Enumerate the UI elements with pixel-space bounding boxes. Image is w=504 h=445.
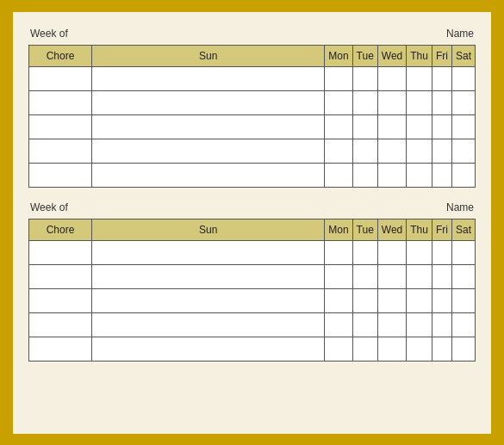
day-cell[interactable] <box>325 288 352 312</box>
th-fri-1: Fri <box>432 45 451 66</box>
chore-cell[interactable] <box>29 66 92 90</box>
day-cell[interactable] <box>352 312 377 337</box>
th-sat-1: Sat <box>451 45 475 66</box>
chore-cell[interactable] <box>29 288 92 312</box>
th-thu-2: Thu <box>407 219 432 240</box>
day-cell[interactable] <box>92 240 325 264</box>
table-row <box>29 240 476 264</box>
day-cell[interactable] <box>92 139 325 163</box>
chore-cell[interactable] <box>29 312 92 337</box>
chore-cell[interactable] <box>29 114 92 139</box>
day-cell[interactable] <box>352 288 377 312</box>
header-row-1: Chore Sun Mon Tue Wed Thu Fri Sat <box>29 45 476 66</box>
th-sun-2: Sun <box>92 219 325 240</box>
day-cell[interactable] <box>325 264 352 288</box>
th-tue-2: Tue <box>352 219 377 240</box>
day-cell[interactable] <box>432 288 451 312</box>
day-cell[interactable] <box>432 264 451 288</box>
day-cell[interactable] <box>92 66 325 90</box>
day-cell[interactable] <box>325 114 352 139</box>
th-fri-2: Fri <box>432 219 451 240</box>
day-cell[interactable] <box>352 139 377 163</box>
table-row <box>29 139 476 163</box>
day-cell[interactable] <box>377 288 406 312</box>
day-cell[interactable] <box>407 90 432 114</box>
day-cell[interactable] <box>407 264 432 288</box>
chore-cell[interactable] <box>29 163 92 187</box>
day-cell[interactable] <box>407 240 432 264</box>
day-cell[interactable] <box>325 240 352 264</box>
day-cell[interactable] <box>377 114 406 139</box>
day-cell[interactable] <box>407 337 432 361</box>
day-cell[interactable] <box>432 312 451 337</box>
day-cell[interactable] <box>92 288 325 312</box>
day-cell[interactable] <box>432 163 451 187</box>
day-cell[interactable] <box>352 264 377 288</box>
day-cell[interactable] <box>325 139 352 163</box>
day-cell[interactable] <box>432 337 451 361</box>
day-cell[interactable] <box>451 240 475 264</box>
day-cell[interactable] <box>92 90 325 114</box>
day-cell[interactable] <box>451 163 475 187</box>
day-cell[interactable] <box>352 90 377 114</box>
day-cell[interactable] <box>407 139 432 163</box>
day-cell[interactable] <box>432 240 451 264</box>
table-row <box>29 337 476 361</box>
table-row <box>29 288 476 312</box>
table-row <box>29 66 476 90</box>
chore-cell[interactable] <box>29 337 92 361</box>
day-cell[interactable] <box>451 90 475 114</box>
day-cell[interactable] <box>407 288 432 312</box>
day-cell[interactable] <box>325 90 352 114</box>
day-cell[interactable] <box>325 163 352 187</box>
day-cell[interactable] <box>451 288 475 312</box>
day-cell[interactable] <box>451 337 475 361</box>
day-cell[interactable] <box>92 114 325 139</box>
chore-table-2: Chore Sun Mon Tue Wed Thu Fri Sat <box>28 219 476 362</box>
day-cell[interactable] <box>352 337 377 361</box>
day-cell[interactable] <box>352 114 377 139</box>
day-cell[interactable] <box>377 240 406 264</box>
day-cell[interactable] <box>92 312 325 337</box>
day-cell[interactable] <box>352 240 377 264</box>
day-cell[interactable] <box>377 66 406 90</box>
day-cell[interactable] <box>377 312 406 337</box>
day-cell[interactable] <box>92 337 325 361</box>
header-row-2: Chore Sun Mon Tue Wed Thu Fri Sat <box>29 219 476 240</box>
chore-table-1: Chore Sun Mon Tue Wed Thu Fri Sat <box>28 45 476 188</box>
day-cell[interactable] <box>407 163 432 187</box>
day-cell[interactable] <box>451 312 475 337</box>
day-cell[interactable] <box>432 90 451 114</box>
day-cell[interactable] <box>377 163 406 187</box>
day-cell[interactable] <box>451 264 475 288</box>
day-cell[interactable] <box>92 163 325 187</box>
chore-cell[interactable] <box>29 139 92 163</box>
chore-cell[interactable] <box>29 90 92 114</box>
day-cell[interactable] <box>407 114 432 139</box>
day-cell[interactable] <box>451 139 475 163</box>
day-cell[interactable] <box>377 139 406 163</box>
name-label-1: Name <box>446 28 474 40</box>
day-cell[interactable] <box>377 90 406 114</box>
chore-cell[interactable] <box>29 264 92 288</box>
day-cell[interactable] <box>377 337 406 361</box>
day-cell[interactable] <box>352 163 377 187</box>
chore-cell[interactable] <box>29 240 92 264</box>
day-cell[interactable] <box>407 312 432 337</box>
table-row <box>29 312 476 337</box>
th-tue-1: Tue <box>352 45 377 66</box>
table-row <box>29 90 476 114</box>
day-cell[interactable] <box>325 337 352 361</box>
day-cell[interactable] <box>407 66 432 90</box>
day-cell[interactable] <box>325 312 352 337</box>
day-cell[interactable] <box>92 264 325 288</box>
day-cell[interactable] <box>432 114 451 139</box>
day-cell[interactable] <box>451 66 475 90</box>
day-cell[interactable] <box>352 66 377 90</box>
day-cell[interactable] <box>325 66 352 90</box>
day-cell[interactable] <box>377 264 406 288</box>
day-cell[interactable] <box>451 114 475 139</box>
day-cell[interactable] <box>432 66 451 90</box>
day-cell[interactable] <box>432 139 451 163</box>
th-wed-1: Wed <box>377 45 406 66</box>
